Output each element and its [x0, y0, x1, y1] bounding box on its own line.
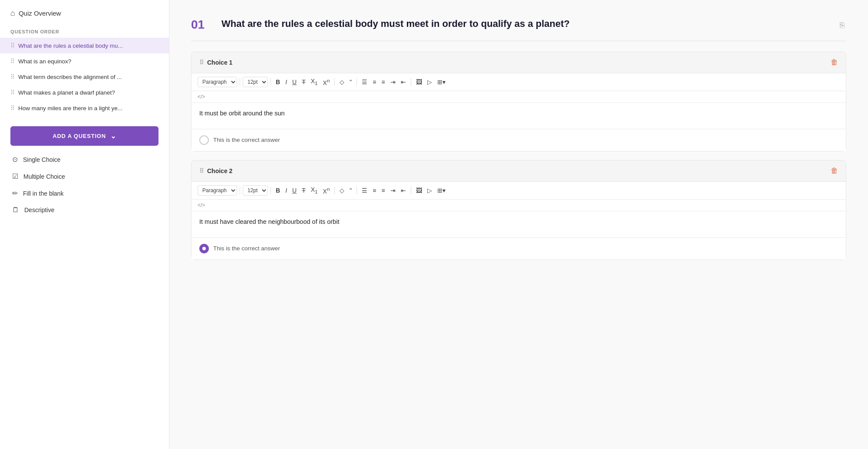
code-toggle[interactable]: </> [191, 200, 846, 211]
question-title: What are the rules a celestial body must… [221, 17, 829, 30]
descriptive-type-icon: 🗒 [12, 206, 19, 214]
single-type-icon: ⊙ [12, 155, 18, 164]
sidebar-question-item[interactable]: ⠿ What is an equinox? [0, 53, 169, 69]
quiz-overview-link[interactable]: ⌂ Quiz Overview [0, 0, 169, 25]
sidebar-question-text: What makes a planet a dwarf planet? [18, 89, 115, 96]
video-button[interactable]: ▷ [425, 186, 434, 195]
chevron-down-icon: ⌄ [110, 132, 116, 140]
drag-handle-icon: ⠿ [199, 167, 204, 174]
bold-button[interactable]: B [274, 78, 282, 86]
superscript-button[interactable]: Xn [321, 77, 332, 87]
correct-answer-radio-2[interactable] [199, 244, 209, 253]
font-size-select[interactable]: 12pt [243, 77, 268, 87]
align-button[interactable]: ≡ [380, 78, 387, 86]
multiple-type-label: Multiple Choice [23, 173, 65, 180]
question-type-single[interactable]: ⊙ Single Choice [10, 151, 158, 168]
table-button[interactable]: ⊞▾ [435, 78, 448, 86]
italic-button[interactable]: I [283, 78, 289, 86]
choice-label-1: ⠿ Choice 1 [199, 59, 232, 66]
question-number: 01 [191, 17, 213, 32]
toolbar-separator [334, 78, 335, 86]
choice-card-2: ⠿ Choice 2 🗑 Paragraph 12pt B I U T X [191, 160, 846, 260]
underline-button[interactable]: U [290, 186, 299, 195]
outdent-button[interactable]: ⇤ [399, 186, 408, 195]
drag-handle-icon: ⠿ [10, 89, 15, 96]
main-content: 01 What are the rules a celestial body m… [169, 0, 868, 449]
choice-editor-2[interactable]: It must have cleared the neighbourbood o… [191, 211, 846, 237]
diamond-button[interactable]: ◇ [337, 186, 347, 195]
question-header: 01 What are the rules a celestial body m… [191, 17, 846, 41]
question-type-multiple[interactable]: ☑ Multiple Choice [10, 168, 158, 185]
quote-button[interactable]: " [347, 186, 354, 195]
toolbar-separator [411, 187, 411, 194]
fill-type-label: Fill in the blank [23, 190, 63, 197]
choice-header-2: ⠿ Choice 2 🗑 [191, 161, 846, 182]
question-list: ⠿ What are the rules a celestial body mu… [0, 38, 169, 123]
drag-handle-icon: ⠿ [10, 58, 15, 65]
sidebar-question-text: What term describes the alignment of ... [18, 74, 122, 80]
unordered-list-button[interactable]: ☰ [360, 186, 370, 195]
sidebar-question-item[interactable]: ⠿ What term describes the alignment of .… [0, 69, 169, 85]
italic-button[interactable]: I [283, 186, 289, 195]
copy-icon-button[interactable]: ⎘ [838, 19, 846, 32]
add-question-button[interactable]: ADD A QUESTION ⌄ [10, 126, 158, 146]
question-type-descriptive[interactable]: 🗒 Descriptive [10, 202, 158, 218]
toolbar-separator [411, 78, 411, 86]
sidebar-question-item[interactable]: ⠿ What are the rules a celestial body mu… [0, 38, 169, 53]
multiple-type-icon: ☑ [12, 172, 18, 180]
bold-button[interactable]: B [274, 186, 282, 195]
editor-toolbar: Paragraph 12pt B I U T X1 Xn ◇ " ☰ ≡ ≡ [191, 182, 846, 200]
delete-choice-2-button[interactable]: 🗑 [831, 167, 838, 175]
image-button[interactable]: 🖼 [414, 78, 424, 86]
sidebar-header-label: Quiz Overview [19, 10, 61, 17]
font-size-select[interactable]: 12pt [243, 185, 268, 196]
ordered-list-button[interactable]: ≡ [370, 186, 378, 195]
toolbar-separator [334, 187, 335, 194]
strikethrough-button[interactable]: T [300, 78, 308, 86]
subscript-button[interactable]: X1 [309, 185, 320, 195]
correct-answer-radio-1[interactable] [199, 135, 209, 145]
choice-card-1: ⠿ Choice 1 🗑 Paragraph 12pt B I U T X [191, 52, 846, 151]
correct-answer-label: This is the correct answer [213, 137, 280, 143]
toolbar-separator [240, 78, 240, 86]
quote-button[interactable]: " [347, 78, 354, 86]
sidebar-question-item[interactable]: ⠿ What makes a planet a dwarf planet? [0, 85, 169, 100]
choices-container: ⠿ Choice 1 🗑 Paragraph 12pt B I U T X [191, 52, 846, 260]
choice-editor-1[interactable]: It must be orbit around the sun [191, 103, 846, 129]
editor-toolbar: Paragraph 12pt B I U T X1 Xn ◇ " ☰ ≡ ≡ [191, 73, 846, 91]
toolbar-separator [271, 187, 271, 194]
underline-button[interactable]: U [290, 78, 299, 86]
superscript-button[interactable]: Xn [321, 185, 332, 196]
subscript-button[interactable]: X1 [309, 77, 320, 87]
drag-handle-icon: ⠿ [10, 73, 15, 80]
add-question-label: ADD A QUESTION [53, 133, 106, 139]
ordered-list-button[interactable]: ≡ [370, 78, 378, 86]
paragraph-select[interactable]: Paragraph [198, 185, 237, 196]
align-button[interactable]: ≡ [380, 186, 387, 195]
outdent-button[interactable]: ⇤ [399, 78, 408, 86]
diamond-button[interactable]: ◇ [337, 78, 347, 86]
indent-button[interactable]: ⇥ [388, 78, 398, 86]
toolbar-separator [356, 187, 357, 194]
indent-button[interactable]: ⇥ [388, 186, 398, 195]
paragraph-select[interactable]: Paragraph [198, 77, 237, 87]
choice-label-2: ⠿ Choice 2 [199, 167, 232, 174]
question-type-fill[interactable]: ✏ Fill in the blank [10, 185, 158, 202]
question-type-list: ⊙ Single Choice ☑ Multiple Choice ✏ Fill… [0, 146, 169, 218]
video-button[interactable]: ▷ [425, 78, 434, 86]
image-button[interactable]: 🖼 [414, 186, 424, 195]
toolbar-separator [356, 78, 357, 86]
table-button[interactable]: ⊞▾ [435, 186, 448, 195]
correct-answer-row-2: This is the correct answer [191, 237, 846, 259]
drag-handle-icon: ⠿ [10, 105, 15, 111]
sidebar-question-text: What are the rules a celestial body mu..… [18, 43, 123, 49]
sidebar-question-item[interactable]: ⠿ How many miles are there in a light ye… [0, 100, 169, 116]
strikethrough-button[interactable]: T [300, 186, 308, 195]
question-order-label: QUESTION ORDER [0, 25, 169, 38]
code-toggle[interactable]: </> [191, 91, 846, 103]
delete-choice-1-button[interactable]: 🗑 [831, 58, 838, 67]
single-type-label: Single Choice [23, 156, 60, 163]
sidebar-question-text: What is an equinox? [18, 58, 71, 65]
unordered-list-button[interactable]: ☰ [360, 78, 370, 86]
drag-handle-icon: ⠿ [199, 59, 204, 66]
